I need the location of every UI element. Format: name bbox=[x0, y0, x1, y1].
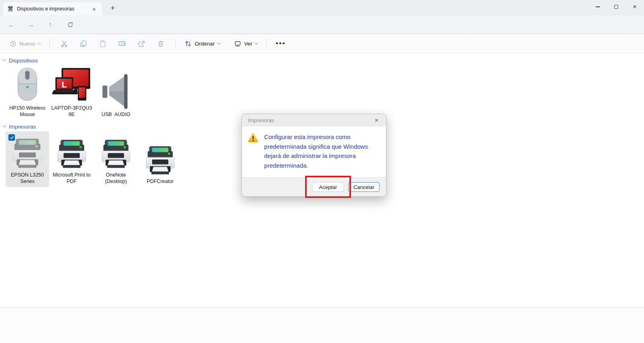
dialog-title: Impresoras bbox=[248, 117, 274, 123]
group-header-devices[interactable]: Dispositivos bbox=[3, 58, 38, 64]
window-controls: × bbox=[588, 0, 644, 14]
toolbar-divider bbox=[175, 39, 175, 48]
paste-button[interactable] bbox=[93, 36, 112, 51]
printer-item-microsoft-print-to-pdf[interactable]: Microsoft Print to PDF bbox=[50, 131, 93, 187]
printer-icon bbox=[98, 139, 134, 170]
sort-button-label: Ordenar bbox=[195, 41, 215, 47]
chevron-down-icon bbox=[37, 41, 41, 44]
device-item-hp150-mouse[interactable]: HP150 Wireless Mouse bbox=[6, 64, 49, 120]
cancel-button[interactable]: Cancelar bbox=[348, 182, 380, 192]
printer-icon bbox=[54, 139, 89, 170]
maximize-icon bbox=[614, 5, 618, 9]
printer-icon bbox=[9, 138, 46, 170]
new-tab-button[interactable]: + bbox=[107, 3, 118, 13]
tab-title: Dispositivos e impresoras bbox=[17, 6, 90, 12]
delete-button[interactable] bbox=[151, 36, 170, 51]
refresh-icon bbox=[67, 21, 74, 28]
dialog-body: Configurar esta impresora como predeterm… bbox=[242, 127, 386, 170]
dialog-close-icon[interactable]: × bbox=[373, 117, 380, 124]
toolbar-divider bbox=[49, 39, 50, 48]
view-button-label: Ver bbox=[244, 41, 252, 47]
device-item-usb-audio[interactable]: USB AUDIO bbox=[94, 64, 138, 120]
explorer-tab[interactable]: Dispositivos e impresoras × bbox=[3, 2, 102, 15]
rename-button[interactable]: A bbox=[112, 36, 132, 51]
svg-text:A: A bbox=[120, 42, 123, 46]
printer-label: OneNote (Desktop) bbox=[105, 170, 127, 187]
chevron-down-icon bbox=[217, 41, 220, 44]
scissors-icon bbox=[60, 40, 68, 48]
rename-icon: A bbox=[118, 39, 126, 48]
plus-circle-icon bbox=[10, 40, 17, 47]
refresh-button[interactable] bbox=[64, 18, 76, 31]
dialog-title-bar[interactable]: Impresoras × bbox=[242, 114, 386, 127]
details-pane: EPSON L3250 Seri... Modelo: Epson ESC/P-… bbox=[0, 307, 644, 343]
chevron-down-icon bbox=[255, 41, 258, 44]
group-header-printers[interactable]: Impresoras bbox=[3, 124, 36, 130]
copy-button[interactable] bbox=[74, 36, 93, 51]
dialog-message: Configurar esta impresora como predeterm… bbox=[264, 132, 379, 170]
sort-icon bbox=[184, 40, 192, 48]
forward-button[interactable]: → bbox=[24, 18, 37, 31]
new-button[interactable]: Nuevo bbox=[6, 36, 44, 51]
printer-item-pdfcreator[interactable]: PDFCreator bbox=[138, 131, 182, 187]
computer-icon: L bbox=[52, 67, 91, 103]
more-options-button[interactable]: ••• bbox=[272, 39, 290, 48]
view-icon bbox=[234, 40, 242, 48]
device-label: LAPTOP-3P2QU3 9E bbox=[51, 103, 92, 120]
minimize-icon bbox=[596, 6, 600, 7]
trash-icon bbox=[157, 40, 165, 48]
collapse-chevron-icon[interactable] bbox=[3, 58, 6, 61]
device-label: HP150 Wireless Mouse bbox=[9, 103, 45, 120]
mouse-icon bbox=[17, 65, 38, 103]
back-button[interactable]: ← bbox=[5, 18, 18, 31]
speaker-icon bbox=[100, 73, 132, 110]
copy-icon bbox=[80, 40, 87, 48]
view-button[interactable]: Ver bbox=[230, 36, 262, 51]
printer-label: PDFCreator bbox=[147, 177, 174, 187]
close-window-button[interactable]: × bbox=[625, 0, 644, 14]
tab-bar: Dispositivos e impresoras × + × bbox=[0, 0, 644, 15]
device-label: USB AUDIO bbox=[101, 110, 130, 120]
collapse-chevron-icon[interactable] bbox=[3, 124, 6, 127]
group-title: Impresoras bbox=[9, 124, 36, 130]
up-button[interactable]: ↑ bbox=[44, 18, 57, 31]
share-icon bbox=[138, 40, 145, 48]
printer-item-epson-l3250[interactable]: EPSON L3250 Series bbox=[6, 131, 49, 187]
group-title: Dispositivos bbox=[9, 58, 38, 64]
maximize-button[interactable] bbox=[607, 0, 625, 14]
new-button-label: Nuevo bbox=[19, 41, 35, 47]
printer-favicon-icon bbox=[7, 6, 14, 12]
warning-icon bbox=[248, 132, 258, 143]
svg-text:L: L bbox=[62, 80, 67, 89]
share-button[interactable] bbox=[132, 36, 151, 51]
annotation-rectangle bbox=[305, 176, 351, 198]
printer-icon bbox=[142, 146, 178, 177]
minimize-button[interactable] bbox=[588, 0, 607, 14]
navigation-bar: ← → ↑ bbox=[0, 15, 644, 34]
printer-label: Microsoft Print to PDF bbox=[53, 170, 91, 187]
printer-label: EPSON L3250 Series bbox=[11, 170, 44, 187]
command-toolbar: Nuevo A bbox=[0, 34, 644, 53]
paste-icon bbox=[99, 40, 107, 48]
sort-button[interactable]: Ordenar bbox=[180, 36, 224, 51]
toolbar-divider bbox=[266, 39, 267, 48]
cut-button[interactable] bbox=[54, 36, 74, 51]
printer-item-onenote[interactable]: OneNote (Desktop) bbox=[94, 131, 138, 187]
tab-close-icon[interactable]: × bbox=[90, 5, 98, 13]
device-item-laptop[interactable]: L LAPTOP-3P2QU3 9E bbox=[50, 64, 93, 120]
